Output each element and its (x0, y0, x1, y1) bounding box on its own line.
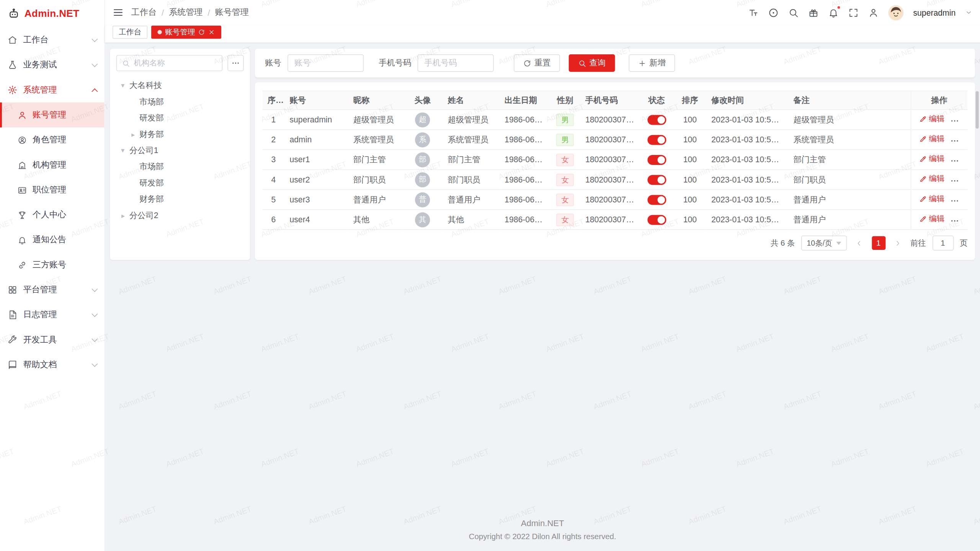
status-toggle[interactable] (647, 135, 666, 145)
cell: 1 (263, 110, 285, 130)
tab-label: 账号管理 (165, 27, 195, 37)
footer-title: Admin.NET (105, 518, 980, 528)
sidebar-item-help-docs[interactable]: 帮助文档 (0, 352, 105, 377)
breadcrumb-item[interactable]: 工作台 (131, 7, 157, 18)
goto-page-input[interactable]: 1 (932, 236, 954, 251)
sidebar-item-system-management[interactable]: 系统管理 (0, 77, 105, 102)
page-1-button[interactable]: 1 (872, 236, 885, 250)
account-placeholder: 账号 (294, 57, 310, 68)
sidebar-item-log-management[interactable]: 日志管理 (0, 302, 105, 327)
close-icon[interactable] (208, 29, 215, 36)
status-toggle[interactable] (647, 215, 666, 225)
prev-page-button[interactable] (853, 237, 866, 249)
page-size-select[interactable]: 10条/页 (801, 236, 847, 251)
tree-node[interactable]: ▸财务部 (116, 191, 244, 207)
more-actions-button[interactable] (227, 55, 243, 71)
tree-expand-icon[interactable]: ▸ (119, 81, 127, 90)
username[interactable]: superadmin (913, 8, 956, 17)
tree-node[interactable]: ▸市场部 (116, 159, 244, 175)
tab-account-management[interactable]: 账号管理 (151, 26, 221, 39)
chevron-down-icon (91, 61, 98, 67)
row-more-icon[interactable] (950, 136, 959, 145)
tree-expand-icon[interactable]: ▸ (129, 130, 137, 138)
status-toggle[interactable] (647, 175, 666, 185)
edit-button[interactable]: 编辑 (919, 114, 944, 124)
font-size-icon[interactable] (748, 7, 759, 18)
sidebar-item-position-management[interactable]: 职位管理 (0, 178, 105, 202)
search-icon (122, 59, 130, 67)
row-more-icon[interactable] (950, 176, 959, 185)
theme-icon[interactable] (768, 7, 779, 18)
search-icon[interactable] (788, 7, 799, 18)
sidebar-item-account-management[interactable]: 账号管理 (0, 103, 105, 127)
sidebar-item-notice-announcement[interactable]: 通知公告 (0, 227, 105, 252)
scrollbar-thumb[interactable] (976, 91, 979, 129)
status-cell (640, 190, 674, 210)
sidebar-item-workbench[interactable]: 工作台 (0, 28, 105, 52)
row-more-icon[interactable] (950, 116, 959, 126)
tree-node[interactable]: ▸研发部 (116, 175, 244, 191)
tree-node[interactable]: ▸研发部 (116, 110, 244, 126)
gender-cell: 男 (550, 110, 580, 130)
org-search-input[interactable]: 机构名称 (116, 55, 223, 71)
avatar[interactable] (888, 5, 904, 20)
edit-button[interactable]: 编辑 (919, 134, 944, 144)
cell: 部门职员 (443, 170, 500, 189)
tree-expand-icon[interactable]: ▸ (119, 212, 127, 220)
logo-text: Admin.NET (24, 8, 80, 19)
fullscreen-icon[interactable] (848, 7, 859, 18)
sidebar-item-role-management[interactable]: 角色管理 (0, 127, 105, 152)
refresh-icon[interactable] (198, 29, 205, 36)
row-more-icon[interactable] (950, 196, 959, 205)
edit-button[interactable]: 编辑 (919, 214, 944, 224)
cell: 100 (674, 130, 707, 150)
gift-icon[interactable] (808, 7, 819, 18)
account-input[interactable]: 账号 (287, 54, 364, 72)
chevron-down-icon[interactable] (965, 9, 973, 16)
phone-placeholder: 手机号码 (425, 57, 457, 68)
breadcrumb-item[interactable]: 账号管理 (215, 7, 249, 18)
tree-expand-icon[interactable]: ▸ (119, 146, 127, 155)
status-toggle[interactable] (647, 195, 666, 205)
logo[interactable]: Admin.NET (0, 0, 105, 28)
page-unit-label: 页 (960, 238, 967, 248)
sidebar-item-thirdparty-account[interactable]: 三方账号 (0, 253, 105, 277)
edit-button[interactable]: 编辑 (919, 154, 944, 165)
phone-input[interactable]: 手机号码 (418, 54, 494, 72)
right-column: 账号 账号 手机号码 手机号码 重置 查询 (255, 49, 975, 260)
table-row: 1superadmin超级管理员超超级管理员1986-06-28男1802003… (263, 110, 968, 130)
sidebar-item-business-test[interactable]: 业务测试 (0, 52, 105, 77)
breadcrumb-item[interactable]: 系统管理 (169, 7, 203, 18)
edit-button[interactable]: 编辑 (919, 194, 944, 204)
row-more-icon[interactable] (950, 216, 959, 225)
status-toggle[interactable] (647, 155, 666, 165)
user-icon[interactable] (868, 7, 879, 18)
sidebar-item-dev-tools[interactable]: 开发工具 (0, 328, 105, 352)
ops-cell: 编辑 (911, 210, 967, 230)
sidebar-item-platform-management[interactable]: 平台管理 (0, 277, 105, 302)
notification-icon[interactable] (828, 7, 839, 18)
reset-button[interactable]: 重置 (514, 54, 560, 72)
footer: Admin.NET Copyright © 2022 Dilon All rig… (105, 512, 980, 551)
gender-cell: 女 (550, 170, 580, 189)
search-button[interactable]: 查询 (569, 54, 615, 72)
row-more-icon[interactable] (950, 156, 959, 165)
sidebar-item-personal-center[interactable]: 个人中心 (0, 202, 105, 227)
tree-node[interactable]: ▸分公司2 (116, 207, 244, 223)
edit-button[interactable]: 编辑 (919, 174, 944, 184)
add-button[interactable]: 新增 (629, 54, 675, 72)
sidebar-item-org-management[interactable]: 机构管理 (0, 152, 105, 177)
avatar: 系 (415, 132, 430, 147)
status-toggle[interactable] (647, 115, 666, 125)
menu-collapse-icon[interactable] (113, 7, 124, 18)
search-label: 查询 (590, 57, 606, 68)
tab-workbench[interactable]: 工作台 (113, 26, 147, 39)
tree-node[interactable]: ▸分公司1 (116, 142, 244, 158)
tools-icon (8, 335, 18, 345)
next-page-button[interactable] (892, 237, 904, 249)
cell: user2 (284, 170, 348, 189)
tree-node[interactable]: ▸大名科技 (116, 77, 244, 93)
cell: 部门主管 (443, 150, 500, 170)
tree-node[interactable]: ▸财务部 (116, 126, 244, 142)
tree-node[interactable]: ▸市场部 (116, 94, 244, 110)
